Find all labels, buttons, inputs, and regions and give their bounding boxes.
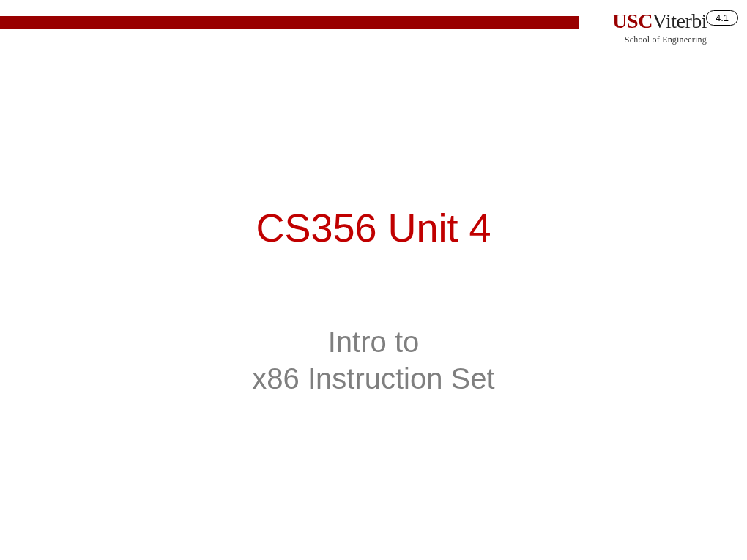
logo-subtitle-text: School of Engineering [612,34,707,45]
slide-title: CS356 Unit 4 [0,205,747,250]
logo-usc-text: USC [612,10,653,32]
usc-viterbi-logo: USCViterbi School of Engineering [612,11,707,45]
slide-subtitle: Intro to x86 Instruction Set [0,324,747,397]
logo-main-text: USCViterbi [612,11,707,31]
slide-content: CS356 Unit 4 Intro to x86 Instruction Se… [0,205,747,397]
subtitle-line-2: x86 Instruction Set [0,360,747,397]
logo-viterbi-text: Viterbi [653,10,707,32]
page-number-text: 4.1 [716,12,729,23]
page-number-badge: 4.1 [706,10,738,26]
subtitle-line-1: Intro to [0,324,747,360]
header-accent-bar [0,16,579,29]
